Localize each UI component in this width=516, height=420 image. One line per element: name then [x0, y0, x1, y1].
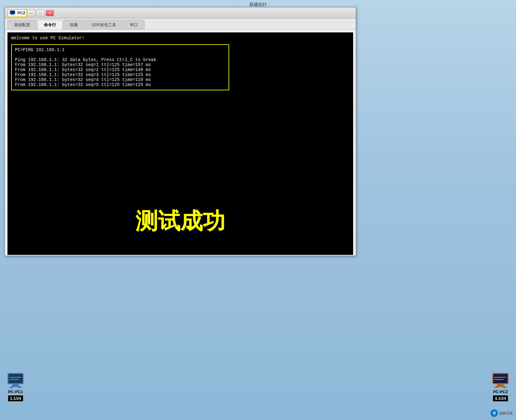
pc1-icon [6, 373, 25, 388]
device-pc1: PC-PC1 1.1/24 [6, 373, 25, 401]
minimize-button[interactable]: — [27, 10, 35, 16]
tab-multicast[interactable]: 组播 [63, 20, 84, 30]
terminal-ping-header: Ping 192.168.1.1: 32 data bytes, Press C… [15, 57, 225, 62]
terminal-welcome: Welcome to use PC Simulator! [11, 36, 349, 41]
tab-bar: 基础配置 命令行 组播 UDP发包工具 串口 [5, 19, 356, 30]
svg-rect-15 [493, 374, 508, 383]
pc2-title-wrapper: PC2 [7, 9, 27, 17]
svg-rect-7 [8, 374, 23, 383]
branding-text: 创新互联 [499, 411, 513, 416]
tab-serial[interactable]: 串口 [123, 20, 144, 30]
svg-rect-3 [10, 11, 15, 14]
pc1-label: PC-PC1 [8, 389, 23, 394]
pc1-badge: 1.1/24 [8, 395, 23, 401]
terminal-command: PC>PING 192.168.1.1 [15, 47, 225, 52]
maximize-button[interactable]: □ [36, 10, 45, 16]
svg-rect-9 [11, 386, 20, 387]
close-button[interactable]: ✕ [46, 10, 54, 16]
svg-rect-16 [497, 384, 504, 386]
tab-basic-config[interactable]: 基础配置 [7, 20, 37, 30]
window-controls: — □ ✕ [27, 10, 54, 16]
pc2-label: PC-PC2 [493, 389, 508, 394]
pc2-window-icon [9, 10, 16, 16]
terminal-area[interactable]: Welcome to use PC Simulator! PC>PING 192… [7, 32, 353, 255]
pc2-icon [491, 373, 510, 388]
terminal-command-box: PC>PING 192.168.1.1 Ping 192.168.1.1: 32… [11, 44, 229, 90]
window-title-text: PC2 [17, 11, 25, 15]
device-pc2: PC-PC2 4.1/24 [491, 373, 510, 401]
svg-rect-2 [11, 15, 14, 15]
svg-rect-1 [12, 14, 13, 15]
branding-icon: 创 [490, 409, 498, 417]
svg-rect-17 [496, 386, 505, 387]
tab-command-line[interactable]: 命令行 [37, 20, 63, 30]
terminal-success-text: 测试成功 [135, 206, 225, 236]
window-titlebar: PC2 — □ ✕ [5, 7, 356, 19]
terminal-ping-result-5: From 192.168.1.1: bytes=32 seq=5 ttl=125… [15, 82, 225, 87]
terminal-ping-result-3: From 192.168.1.1: bytes=32 seq=3 ttl=125… [15, 72, 225, 77]
terminal-ping-result-4: From 192.168.1.1: bytes=32 seq=4 ttl=125… [15, 77, 225, 82]
pc2-badge: 4.1/24 [493, 395, 508, 401]
terminal-ping-result-2: From 192.168.1.1: bytes=32 seq=2 ttl=125… [15, 67, 225, 72]
devices-area: PC-PC1 1.1/24 PC-PC2 4.1/24 [0, 373, 516, 401]
branding: 创 创新互联 [490, 409, 513, 417]
svg-rect-8 [12, 384, 19, 386]
terminal-ping-result-1: From 192.168.1.1: bytes=32 seq=1 ttl=125… [15, 62, 225, 67]
main-window: PC2 — □ ✕ 基础配置 命令行 组播 UDP发包工具 串口 Welcome… [4, 7, 356, 256]
tab-udp-tool[interactable]: UDP发包工具 [85, 20, 123, 30]
